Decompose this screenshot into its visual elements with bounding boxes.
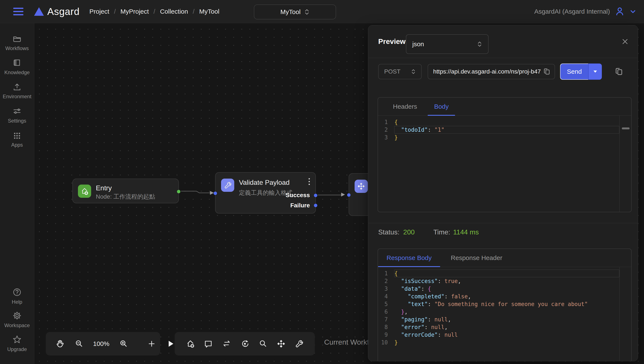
breadcrumb: Project / MyProject / Collection / MyToo… [90,8,220,15]
send-button[interactable]: Send [560,64,588,80]
panel-title: Preview [378,37,406,46]
caret-down-icon [593,70,597,73]
preview-panel: Preview json POST https://api.dev.asgard… [368,25,638,361]
partial-node-input-port[interactable] [347,193,350,197]
left-sidebar: Workflows Knowledge Environment Settings [0,23,34,364]
tools-wrench-icon[interactable] [294,339,304,348]
canvas-tools-toolbar [175,332,315,355]
wrench-node-icon [221,179,234,192]
breadcrumb-myproject[interactable]: MyProject [120,8,149,15]
method-selector[interactable]: POST [378,64,422,79]
send-options-button[interactable] [588,64,602,80]
zoom-in-icon[interactable] [119,339,128,348]
node-validate-subtitle: 定義工具的輸入格式 [239,189,292,197]
close-icon[interactable] [621,38,629,45]
sidebar-item-workflows[interactable]: Workflows [0,34,34,51]
time-value: 1144 ms [453,228,479,236]
book-icon [12,58,22,68]
node-validate-payload[interactable]: Validate Payload 定義工具的輸入格式 Success Failu… [215,172,316,214]
url-value: https://api.dev.asgard-ai.com/ns/proj-b4… [433,68,541,75]
sidebar-item-workspace[interactable]: Workspace [0,311,34,328]
sidebar-item-environment[interactable]: Environment [0,82,34,100]
app-root: Entry Node: 工作流程的起點 Validate Payload 定義工… [0,0,644,364]
sidebar-item-settings[interactable]: Settings [0,107,34,124]
folder-icon [12,34,22,44]
zoom-level[interactable]: 100% [93,340,110,347]
current-workflow-label: Current Workflow [324,338,368,346]
swap-connections-icon[interactable] [222,339,232,349]
sidebar-item-help[interactable]: Help [0,287,34,305]
chevron-down-icon[interactable] [630,8,636,15]
status-value: 200 [403,228,415,236]
node-entry-subtitle: Node: 工作流程的起點 [96,193,155,201]
node-menu-kebab-icon[interactable] [308,177,311,186]
copy-request-icon[interactable] [615,67,624,76]
search-icon[interactable] [258,339,268,348]
sidebar-item-label: Workflows [5,45,29,51]
minimap-slider[interactable] [622,127,630,129]
zoom-out-icon[interactable] [74,339,84,348]
help-icon [12,287,22,297]
fit-view-icon[interactable] [276,339,286,348]
run-icon[interactable] [166,339,175,348]
sidebar-item-knowledge[interactable]: Knowledge [0,58,34,76]
add-icon[interactable] [147,339,156,348]
response-box: Response Body Response Header 1{2 "isSuc… [378,248,632,361]
breadcrumb-collection[interactable]: Collection [160,8,188,15]
format-selector[interactable]: json [406,34,488,54]
upload-icon [12,82,22,92]
navbar-account-area: AsgardAI (Asgard Internal) [534,0,636,23]
tab-response-body[interactable]: Response Body [378,249,440,267]
breadcrumb-separator: / [114,8,116,15]
sidebar-item-upgrade[interactable]: Upgrade [0,334,34,352]
entry-output-port[interactable] [177,190,180,193]
response-tabs: Response Body Response Header [378,249,631,267]
chevron-updown-icon [477,41,482,47]
sidebar-item-label: Apps [11,142,23,148]
top-navbar: Asgard Project / MyProject / Collection … [0,0,644,23]
breadcrumb-mytool[interactable]: MyTool [199,8,219,15]
node-entry[interactable]: Entry Node: 工作流程的起點 [72,179,179,203]
tab-headers[interactable]: Headers [386,98,423,116]
request-body-editor[interactable]: 1{2 "todoId": "1"3} [378,116,631,212]
comment-icon[interactable] [204,339,213,348]
format-selector-value: json [412,41,424,48]
response-body-editor[interactable]: 1{2 "isSuccess": true,3 "data": {4 "comp… [378,267,631,361]
account-label: AsgardAI (Asgard Internal) [534,8,610,15]
pan-hand-icon[interactable] [55,339,65,349]
validate-failure-port[interactable] [314,204,317,207]
copy-url-icon[interactable] [544,68,551,76]
tab-body[interactable]: Body [428,98,455,116]
port-label-failure: Failure [290,202,310,209]
chevron-updown-icon [304,9,310,15]
tool-selector[interactable]: MyTool [254,5,336,20]
validate-input-port[interactable] [214,192,217,195]
preview-panel-header: Preview json [368,25,638,58]
node-validate-title: Validate Payload [239,179,290,186]
sidebar-item-label: Settings [8,118,26,124]
grid-icon [12,131,22,140]
method-selector-value: POST [384,68,400,75]
rerun-icon[interactable] [240,339,250,349]
request-body-box: Headers Body 1{2 "todoId": "1"3} [378,97,632,212]
hamburger-menu-icon[interactable] [13,8,24,15]
sidebar-item-apps[interactable]: Apps [0,131,34,148]
url-input[interactable]: https://api.dev.asgard-ai.com/ns/proj-b4… [428,64,555,79]
brand-name: Asgard [47,6,80,17]
canvas-zoom-toolbar: 100% [46,332,160,355]
router-node-icon [354,180,368,193]
breadcrumb-separator: / [154,8,155,15]
tab-response-header[interactable]: Response Header [444,249,509,267]
time-label: Time: [434,228,450,236]
entry-node-icon [78,185,91,198]
sidebar-item-label: Help [12,299,22,305]
asgard-logo-icon [34,7,44,16]
send-button-group: Send [560,64,602,80]
sidebar-item-label: Knowledge [4,70,30,76]
add-entry-node-icon[interactable] [186,339,195,348]
sidebar-item-label: Workspace [4,322,30,328]
validate-success-port[interactable] [314,194,317,197]
user-icon[interactable] [614,7,625,17]
breadcrumb-project[interactable]: Project [90,8,109,15]
breadcrumb-separator: / [193,8,194,15]
